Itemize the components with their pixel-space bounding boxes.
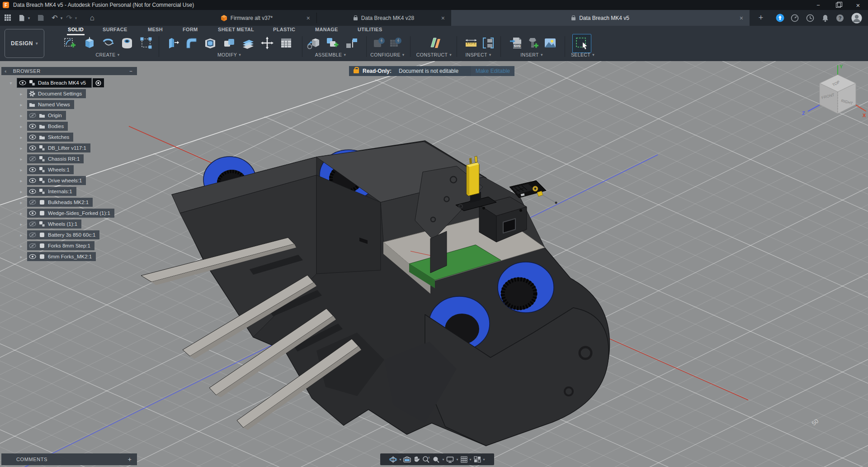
redo-icon[interactable]: ↷ — [65, 10, 73, 26]
browser-header[interactable]: ‹‹ BROWSER − — [1, 67, 137, 75]
expand-arrow-icon[interactable]: ▸ — [18, 233, 24, 238]
orbit-caret-icon[interactable]: ▾ — [399, 457, 401, 462]
expand-arrow-icon[interactable]: ▸ — [18, 222, 24, 227]
visibility-eye-icon[interactable] — [29, 243, 36, 249]
visibility-eye-icon[interactable] — [29, 189, 36, 195]
comments-panel[interactable]: COMMENTS + — [1, 453, 137, 465]
pattern-button[interactable] — [138, 35, 154, 51]
help-icon[interactable]: ? — [834, 10, 846, 26]
group-label-construct[interactable]: CONSTRUCT▾ — [416, 52, 452, 58]
move-copy-button[interactable] — [259, 35, 275, 51]
browser-tree-row[interactable]: ▸ Drive wheels:1 — [18, 176, 86, 186]
expand-arrow-icon[interactable]: ▸ — [18, 211, 24, 216]
browser-tree-row[interactable]: ▸ DB_Lifter v117:1 — [18, 143, 90, 153]
browser-tree-row[interactable]: ▸ Forks 8mm Step:1 — [18, 241, 94, 251]
home-icon[interactable]: ⌂ — [88, 10, 97, 26]
browser-tree-row[interactable]: ▸ Internals:1 — [18, 186, 76, 196]
browser-tree-row[interactable]: ▸ Sketches — [18, 132, 73, 142]
group-label-assemble[interactable]: ASSEMBLE▾ — [315, 52, 346, 58]
front-wheel[interactable] — [498, 262, 554, 313]
viewports-caret-icon[interactable]: ▾ — [483, 457, 485, 462]
visibility-eye-icon[interactable] — [29, 167, 36, 173]
document-tab[interactable]: Data Breach MK4 v28 × — [316, 10, 451, 26]
group-label-select[interactable]: SELECT▾ — [571, 52, 594, 58]
select-tool-button[interactable] — [572, 34, 591, 53]
zoom-icon[interactable]: ± — [422, 456, 430, 463]
expand-arrow-icon[interactable]: ▸ — [18, 124, 24, 129]
group-label-configure[interactable]: CONFIGURE▾ — [370, 52, 405, 58]
redo-caret-icon[interactable]: ▾ — [73, 10, 79, 26]
visibility-eye-icon[interactable] — [29, 145, 36, 151]
browser-tree-row[interactable]: ▸ Wheels (1):1 — [18, 219, 81, 229]
visibility-eye-icon[interactable] — [29, 200, 36, 205]
expand-arrow-icon[interactable]: ▸ — [18, 254, 24, 259]
browser-tree-row[interactable]: ▾ Data Breach MK4 v5 — [8, 78, 104, 88]
expand-arrow-icon[interactable]: ▸ — [18, 157, 24, 162]
orbit-icon[interactable] — [389, 456, 397, 463]
display-settings-icon[interactable] — [446, 456, 454, 463]
visibility-eye-icon[interactable] — [29, 232, 36, 238]
expand-arrow-icon[interactable]: ▸ — [18, 243, 24, 248]
expand-arrow-icon[interactable]: ▸ — [18, 135, 24, 140]
press-pull-button[interactable] — [165, 35, 180, 51]
configuration-table-button[interactable] — [388, 35, 403, 51]
browser-tree-row[interactable]: ▸ Battery 3s 850 60c:1 — [18, 230, 99, 240]
visibility-eye-icon[interactable] — [29, 178, 36, 184]
undo-icon[interactable]: ↶ — [51, 10, 59, 26]
ribbon-tab-plastic[interactable]: PLASTIC — [273, 27, 295, 34]
look-at-icon[interactable] — [403, 456, 411, 462]
tab-close-icon[interactable]: × — [307, 14, 310, 22]
close-button[interactable]: × — [848, 0, 868, 10]
viewports-icon[interactable] — [474, 456, 481, 462]
expand-arrow-icon[interactable]: ▸ — [18, 146, 24, 151]
shell-button[interactable] — [203, 35, 218, 51]
extrude-button[interactable] — [81, 35, 97, 51]
group-label-inspect[interactable]: INSPECT▾ — [465, 52, 491, 58]
restore-button[interactable] — [828, 0, 848, 10]
ribbon-tab-solid[interactable]: SOLID — [68, 27, 84, 34]
app-launcher-grid-icon[interactable] — [3, 10, 13, 26]
pan-icon[interactable] — [413, 456, 420, 463]
ribbon-tab-surface[interactable]: SURFACE — [103, 27, 127, 34]
save-icon[interactable] — [37, 10, 44, 26]
create-sketch-button[interactable] — [62, 35, 78, 51]
minimize-panel-icon[interactable]: − — [129, 68, 132, 74]
browser-tree-row[interactable]: ▸ Wedge-Sides_Forked (1):1 — [18, 208, 114, 218]
file-menu-caret-icon[interactable]: ▾ — [26, 10, 32, 26]
browser-tree-row[interactable]: ▸ Origin — [18, 110, 66, 120]
visibility-eye-icon[interactable] — [29, 254, 36, 260]
construction-plane-button[interactable] — [428, 35, 443, 51]
undo-caret-icon[interactable]: ▾ — [59, 10, 64, 26]
visibility-eye-icon[interactable] — [29, 156, 36, 162]
ribbon-tab-utilities[interactable]: UTILITIES — [358, 27, 382, 34]
expand-arrow-icon[interactable]: ▾ — [8, 81, 14, 86]
fit-caret-icon[interactable]: ▾ — [442, 457, 444, 462]
revolve-button[interactable] — [100, 35, 116, 51]
browser-tree-row[interactable]: ▸ Document Settings — [18, 89, 86, 99]
history-clock-icon[interactable] — [804, 10, 816, 26]
add-comment-plus-icon[interactable]: + — [128, 456, 132, 463]
ribbon-tab-mesh[interactable]: MESH — [148, 27, 163, 34]
joint-button[interactable] — [344, 35, 359, 51]
file-new-icon[interactable] — [18, 10, 25, 26]
visibility-eye-icon[interactable] — [29, 210, 36, 216]
change-parameters-button[interactable] — [278, 35, 294, 51]
visibility-eye-icon[interactable] — [29, 221, 36, 227]
job-status-icon[interactable] — [789, 10, 801, 26]
workspace-selector-button[interactable]: DESIGN▾ — [5, 29, 44, 58]
browser-tree-row[interactable]: ▸ Bodies — [18, 121, 68, 131]
configuration-button[interactable] — [372, 35, 387, 51]
group-label-create[interactable]: CREATE▾ — [95, 52, 119, 58]
new-component-button[interactable] — [325, 35, 340, 51]
user-avatar[interactable] — [850, 10, 863, 26]
expand-arrow-icon[interactable]: ▸ — [18, 189, 24, 194]
add-tab-plus-icon[interactable]: + — [756, 10, 766, 26]
display-caret-icon[interactable]: ▾ — [456, 457, 458, 462]
expand-arrow-icon[interactable]: ▸ — [18, 91, 24, 96]
offset-face-button[interactable] — [241, 35, 256, 51]
expand-arrow-icon[interactable]: ▸ — [18, 200, 24, 205]
collapse-panel-icon[interactable]: ‹‹ — [5, 69, 6, 74]
view-cube[interactable]: Y Z X TOP FRONT RIGHT — [802, 64, 866, 118]
extensions-icon[interactable] — [774, 10, 786, 26]
section-analysis-button[interactable] — [481, 35, 496, 51]
